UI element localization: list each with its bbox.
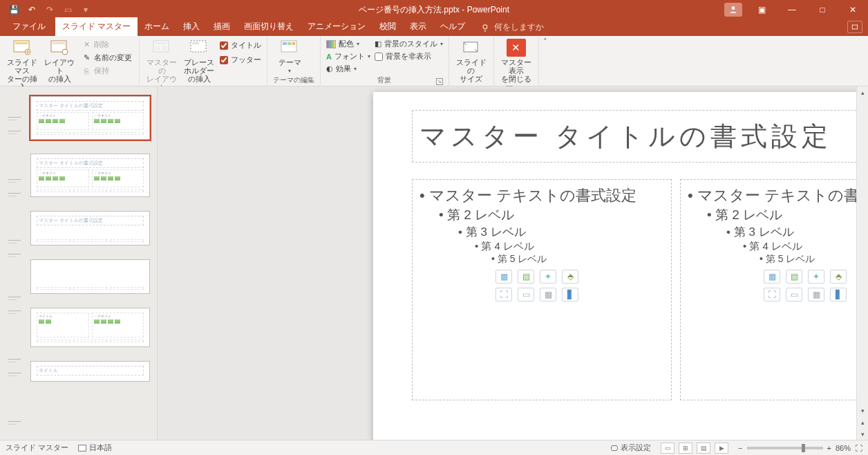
layout-thumbnail-3[interactable]: マスター タイトルの書式設定 (30, 211, 150, 245)
tab-help[interactable]: ヘルプ (433, 17, 472, 36)
save-icon[interactable]: 💾 (6, 1, 22, 18)
window-buttons: ▣ — □ ✕ (724, 0, 868, 19)
level4-text: 第 4 レベル (743, 240, 868, 253)
svg-point-1 (483, 24, 487, 28)
slide-editor[interactable]: マスター タイトルの書式設定 マスター テキストの書式設定 第 2 レベル 第 … (158, 86, 868, 440)
account-avatar[interactable] (724, 3, 742, 17)
insert-video-icon[interactable]: ▦ (808, 288, 824, 301)
tab-transitions[interactable]: 画面切り替え (237, 17, 301, 36)
layout-thumbnail-1[interactable]: マスター タイトルの書式設定 ・テキスト・テキスト (30, 96, 150, 140)
insert-layout-button[interactable]: レイアウト の挿入 (43, 39, 76, 83)
collapse-ribbon-icon[interactable]: ˄ (539, 36, 551, 86)
themes-button[interactable]: テーマ▾ (273, 39, 306, 74)
bg-style-dropdown[interactable]: ◧背景のスタイル▾ (375, 39, 443, 49)
tab-review[interactable]: 校閲 (372, 17, 403, 36)
scroll-track[interactable] (857, 98, 868, 405)
svg-rect-18 (292, 42, 295, 45)
insert-3d-icon[interactable]: ⬘ (562, 270, 578, 284)
insert-table-icon[interactable]: ▦ (764, 270, 780, 284)
themes-icon (279, 39, 300, 57)
svg-rect-12 (162, 46, 167, 50)
svg-rect-19 (464, 42, 478, 52)
insert-video-icon[interactable]: ▦ (540, 288, 556, 301)
prev-slide-icon[interactable]: ▴ (857, 416, 868, 428)
redo-icon[interactable]: ↷ (41, 1, 58, 18)
display-settings-button[interactable]: 🖵表示設定 (610, 443, 651, 453)
insert-smartart-icon[interactable]: ✦ (540, 270, 556, 284)
scroll-down-icon[interactable]: ▾ (857, 405, 868, 416)
dialog-launcher-icon[interactable]: ↘ (436, 78, 443, 85)
insert-chart-icon[interactable]: ▤ (786, 270, 802, 284)
content-placeholder-right[interactable]: マスター テキストの書式設定 第 2 レベル 第 3 レベル 第 4 レベル 第… (680, 179, 868, 400)
colors-dropdown[interactable]: 配色▾ (326, 39, 370, 49)
outline-ruler (8, 96, 25, 433)
fit-window-icon[interactable]: ⛶ (855, 444, 862, 452)
status-language[interactable]: 日本語 (78, 443, 112, 453)
fonts-dropdown[interactable]: Aフォント▾ (326, 51, 370, 62)
level3-text: 第 3 レベル (726, 224, 868, 240)
start-slideshow-icon[interactable]: ▭ (59, 1, 76, 18)
insert-placeholder-button[interactable]: プレースホルダー の挿入▾ (182, 39, 216, 91)
colors-icon (326, 40, 336, 48)
zoom-in-icon[interactable]: + (827, 444, 831, 452)
tab-slide-master[interactable]: スライド マスター (55, 17, 138, 36)
rename-button[interactable]: ✎名前の変更 (80, 52, 133, 64)
insert-smartart-icon[interactable]: ✦ (808, 270, 824, 284)
title-checkbox[interactable]: タイトル (220, 40, 261, 50)
title-placeholder[interactable]: マスター タイトルの書式設定 (412, 110, 868, 162)
minimize-icon[interactable]: — (777, 0, 807, 19)
layout-thumbnail-2[interactable]: マスター タイトルの書式設定 ・テキスト・テキスト (30, 154, 150, 197)
zoom-out-icon[interactable]: − (738, 444, 742, 452)
layout-thumbnail-5[interactable]: タイトル・テキスト (30, 308, 150, 347)
normal-view-icon[interactable]: ▭ (661, 443, 674, 454)
quick-access-toolbar: 💾 ↶ ↷ ▭ ▾ (0, 1, 94, 18)
tab-view[interactable]: 表示 (403, 17, 433, 36)
undo-icon[interactable]: ↶ (23, 1, 40, 18)
level2-text: 第 2 レベル (707, 206, 868, 224)
zoom-value[interactable]: 86% (836, 444, 851, 452)
hide-bg-checkbox[interactable]: 背景を非表示 (375, 51, 443, 62)
fonts-icon: A (326, 53, 332, 61)
qat-customize-icon[interactable]: ▾ (77, 1, 94, 18)
tab-home[interactable]: ホーム (138, 17, 176, 36)
insert-icon-icon[interactable]: ▋ (562, 288, 578, 301)
insert-placeholder-icon (189, 39, 209, 57)
insert-table-icon[interactable]: ▦ (496, 270, 512, 284)
close-master-button[interactable]: ✕ マスター表示 を閉じる (500, 39, 533, 83)
sorter-view-icon[interactable]: ⊞ (679, 443, 692, 454)
tab-file[interactable]: ファイル (3, 17, 55, 36)
preserve-icon: ⎘ (82, 66, 91, 76)
slide-size-button[interactable]: スライドの サイズ▾ (455, 39, 488, 91)
share-icon[interactable] (847, 21, 862, 33)
level3-text: 第 3 レベル (458, 224, 664, 240)
reading-view-icon[interactable]: ▤ (697, 443, 710, 454)
layout-thumbnail-6[interactable]: タイトル (30, 361, 150, 382)
layout-thumbnail-4[interactable] (30, 259, 150, 294)
close-window-icon[interactable]: ✕ (838, 0, 868, 19)
insert-picture-icon[interactable]: ⛶ (764, 288, 780, 301)
zoom-slider[interactable] (747, 447, 823, 449)
insert-icon-icon[interactable]: ▋ (830, 288, 847, 301)
maximize-icon[interactable]: □ (807, 0, 838, 19)
insert-slide-master-button[interactable]: スライド マス ターの挿入 (6, 39, 39, 91)
content-placeholder-left[interactable]: マスター テキストの書式設定 第 2 レベル 第 3 レベル 第 4 レベル 第… (412, 179, 672, 400)
ribbon-display-options-icon[interactable]: ▣ (746, 0, 777, 19)
tab-draw[interactable]: 描画 (207, 17, 237, 36)
content-type-icons: ▦ ▤ ✦ ⬘ ⛶ ▭ ▦ ▋ (496, 270, 664, 301)
insert-chart-icon[interactable]: ▤ (518, 270, 534, 284)
insert-online-picture-icon[interactable]: ▭ (786, 288, 802, 301)
slide-canvas[interactable]: マスター タイトルの書式設定 マスター テキストの書式設定 第 2 レベル 第 … (373, 92, 868, 440)
effects-dropdown[interactable]: ◐効果▾ (326, 64, 370, 74)
scroll-up-icon[interactable]: ▴ (857, 86, 868, 98)
insert-picture-icon[interactable]: ⛶ (496, 288, 512, 301)
tell-me-search[interactable]: 何をしますか (480, 21, 544, 36)
insert-online-picture-icon[interactable]: ▭ (518, 288, 534, 301)
next-slide-icon[interactable]: ▾ (857, 428, 868, 440)
footer-checkbox[interactable]: フッター (220, 55, 261, 65)
tab-insert[interactable]: 挿入 (176, 17, 207, 36)
insert-3d-icon[interactable]: ⬘ (830, 270, 847, 284)
slideshow-view-icon[interactable]: ▶ (715, 443, 728, 454)
tab-animations[interactable]: アニメーション (301, 17, 372, 36)
vertical-scrollbar[interactable]: ▴ ▾ ▴ ▾ (856, 86, 868, 440)
thumbnail-pane[interactable]: マスター タイトルの書式設定 ・テキスト・テキスト マスター タイトルの書式設定… (0, 86, 158, 440)
